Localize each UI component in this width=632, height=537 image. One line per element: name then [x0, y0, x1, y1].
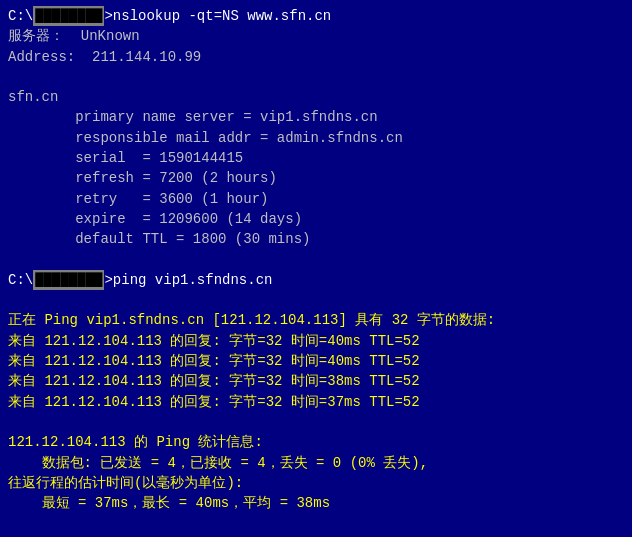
responsible-line: responsible mail addr = admin.sfndns.cn	[8, 128, 624, 148]
stats-header-text: 121.12.104.113 的 Ping 统计信息:	[8, 434, 263, 450]
reply-text-1: 来自 121.12.104.113 的回复: 字节=32 时间=40ms TTL…	[8, 333, 420, 349]
cmd-args-2: >ping vip1.sfndns.cn	[104, 272, 272, 288]
blank-4	[8, 412, 624, 432]
pinging-line: 正在 Ping vip1.sfndns.cn [121.12.104.113] …	[8, 310, 624, 330]
serial-text: serial = 1590144415	[8, 150, 243, 166]
reply-text-3: 来自 121.12.104.113 的回复: 字节=32 时间=38ms TTL…	[8, 373, 420, 389]
pinging-text: 正在 Ping vip1.sfndns.cn [121.12.104.113] …	[8, 312, 495, 328]
reply-line-1: 来自 121.12.104.113 的回复: 字节=32 时间=40ms TTL…	[8, 331, 624, 351]
ttl-text: default TTL = 1800 (30 mins)	[8, 231, 310, 247]
address-text: Address: 211.144.10.99	[8, 49, 201, 65]
retry-line: retry = 3600 (1 hour)	[8, 189, 624, 209]
expire-line: expire = 1209600 (14 days)	[8, 209, 624, 229]
sfncn-line: sfn.cn	[8, 87, 624, 107]
server-line: 服务器： UnKnown	[8, 26, 624, 46]
cmd-line-1: C:\████████>nslookup -qt=NS www.sfn.cn	[8, 6, 624, 26]
reply-line-4: 来自 121.12.104.113 的回复: 字节=32 时间=37ms TTL…	[8, 392, 624, 412]
refresh-text: refresh = 7200 (2 hours)	[8, 170, 277, 186]
serial-line: serial = 1590144415	[8, 148, 624, 168]
blank-2	[8, 250, 624, 270]
primary-text: primary name server = vip1.sfndns.cn	[8, 109, 378, 125]
address-line: Address: 211.144.10.99	[8, 47, 624, 67]
rtt-data-text: 最短 = 37ms，最长 = 40ms，平均 = 38ms	[8, 495, 330, 511]
sfncn-text: sfn.cn	[8, 89, 58, 105]
stats-header-line: 121.12.104.113 的 Ping 统计信息:	[8, 432, 624, 452]
responsible-text: responsible mail addr = admin.sfndns.cn	[8, 130, 403, 146]
cmd-args-1: >nslookup -qt=NS www.sfn.cn	[104, 8, 331, 24]
stats-data-text: 数据包: 已发送 = 4，已接收 = 4，丢失 = 0 (0% 丢失),	[8, 455, 428, 471]
rtt-header-text: 往返行程的估计时间(以毫秒为单位):	[8, 475, 243, 491]
masked-2: ████████	[33, 270, 104, 290]
expire-text: expire = 1209600 (14 days)	[8, 211, 302, 227]
server-text: 服务器： UnKnown	[8, 28, 140, 44]
cmd-line-2: C:\████████>ping vip1.sfndns.cn	[8, 270, 624, 290]
retry-text: retry = 3600 (1 hour)	[8, 191, 268, 207]
reply-text-2: 来自 121.12.104.113 的回复: 字节=32 时间=40ms TTL…	[8, 353, 420, 369]
reply-line-3: 来自 121.12.104.113 的回复: 字节=32 时间=38ms TTL…	[8, 371, 624, 391]
reply-line-2: 来自 121.12.104.113 的回复: 字节=32 时间=40ms TTL…	[8, 351, 624, 371]
ttl-line: default TTL = 1800 (30 mins)	[8, 229, 624, 249]
terminal-window: C:\████████>nslookup -qt=NS www.sfn.cn 服…	[0, 0, 632, 537]
stats-data-line: 数据包: 已发送 = 4，已接收 = 4，丢失 = 0 (0% 丢失),	[8, 453, 624, 473]
prompt-2: C:\	[8, 272, 33, 288]
primary-line: primary name server = vip1.sfndns.cn	[8, 107, 624, 127]
blank-3	[8, 290, 624, 310]
blank-1	[8, 67, 624, 87]
reply-text-4: 来自 121.12.104.113 的回复: 字节=32 时间=37ms TTL…	[8, 394, 420, 410]
rtt-header-line: 往返行程的估计时间(以毫秒为单位):	[8, 473, 624, 493]
rtt-data-line: 最短 = 37ms，最长 = 40ms，平均 = 38ms	[8, 493, 624, 513]
masked-1: ████████	[33, 6, 104, 26]
prompt-1: C:\	[8, 8, 33, 24]
refresh-line: refresh = 7200 (2 hours)	[8, 168, 624, 188]
